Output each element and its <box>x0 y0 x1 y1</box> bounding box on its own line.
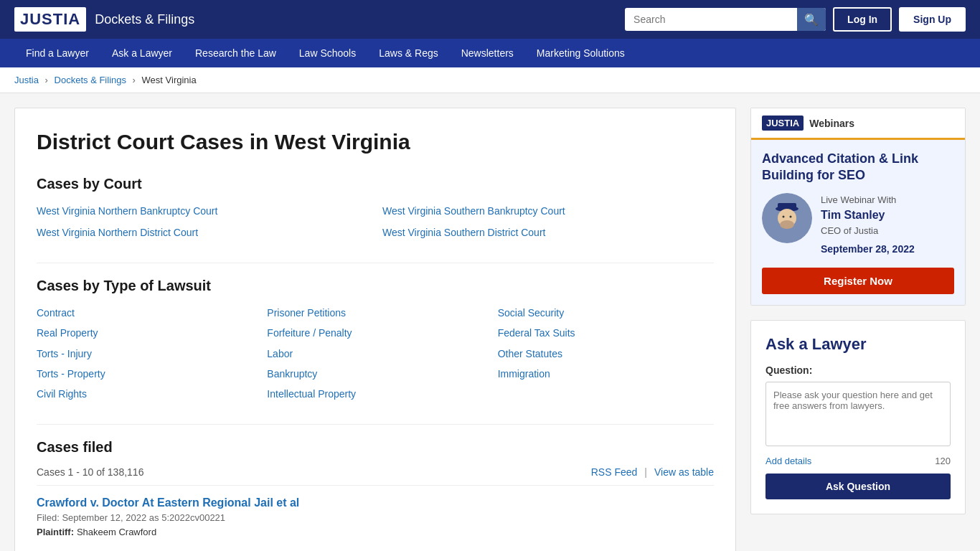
type-link-4[interactable]: Civil Rights <box>37 386 253 402</box>
webinar-card: JUSTIA Webinars Advanced Citation & Link… <box>750 108 966 306</box>
add-details-link[interactable]: Add details <box>765 456 811 466</box>
register-button[interactable]: Register Now <box>762 268 954 294</box>
ask-lawyer-title: Ask a Lawyer <box>765 335 951 354</box>
type-link-12[interactable]: Other Statutes <box>498 346 714 362</box>
cases-actions: RSS Feed | View as table <box>591 466 714 478</box>
cases-sep: | <box>644 466 647 478</box>
webinar-body: Advanced Citation & Link Building for SE… <box>751 140 965 305</box>
case-filed: Filed: September 12, 2022 as 5:2022cv002… <box>37 512 714 523</box>
type-link-11[interactable]: Federal Tax Suits <box>498 325 714 341</box>
breadcrumb-dockets[interactable]: Dockets & Filings <box>55 75 126 85</box>
cases-count: Cases 1 - 10 of 138,116 <box>37 466 143 478</box>
type-link-6[interactable]: Forfeiture / Penalty <box>267 325 483 341</box>
lawsuit-grid: Contract Prisoner Petitions Social Secur… <box>37 305 714 402</box>
type-link-8[interactable]: Bankruptcy <box>267 366 483 382</box>
site-header: JUSTIA Dockets & Filings 🔍 Log In Sign U… <box>0 0 980 39</box>
nav-laws-regs[interactable]: Laws & Regs <box>367 39 449 67</box>
view-as-table-link[interactable]: View as table <box>654 466 714 478</box>
site-subtitle: Dockets & Filings <box>95 12 194 27</box>
breadcrumb: Justia › Dockets & Filings › West Virgin… <box>0 67 980 93</box>
breadcrumb-sep-2: › <box>133 75 136 85</box>
cases-filed-title: Cases filed <box>37 439 714 456</box>
ask-footer: Add details 120 <box>765 456 951 466</box>
case-plaintiff: Plaintiff: Shakeem Crawford <box>37 526 714 537</box>
svg-point-5 <box>783 215 785 217</box>
logo-text: JUSTIA <box>20 10 80 28</box>
case-entry: Crawford v. Doctor At Eastern Regional J… <box>37 485 714 537</box>
question-label: Question: <box>765 364 951 376</box>
logo-area: JUSTIA Dockets & Filings <box>14 7 194 32</box>
court-link-0[interactable]: West Virginia Northern Bankruptcy Court <box>37 203 368 219</box>
case-title-link[interactable]: Crawford v. Doctor At Eastern Regional J… <box>37 496 299 509</box>
type-link-10[interactable]: Social Security <box>498 305 714 321</box>
case-plaintiff-name: Shakeem Crawford <box>77 527 156 537</box>
case-plaintiff-label: Plaintiff: <box>37 527 74 537</box>
court-link-2[interactable]: West Virginia Northern District Court <box>37 225 368 240</box>
webinar-with: Live Webinar With <box>821 193 915 207</box>
type-link-9[interactable]: Intellectual Property <box>267 386 483 402</box>
search-button[interactable]: 🔍 <box>797 8 826 31</box>
type-link-3[interactable]: Torts - Property <box>37 366 253 382</box>
nav-ask-lawyer[interactable]: Ask a Lawyer <box>100 39 184 67</box>
logo-box: JUSTIA <box>14 7 86 32</box>
nav-newsletters[interactable]: Newsletters <box>450 39 525 67</box>
nav-law-schools[interactable]: Law Schools <box>288 39 367 67</box>
page-title: District Court Cases in West Virginia <box>37 130 714 154</box>
divider-2 <box>37 424 714 425</box>
signup-button[interactable]: Sign Up <box>899 7 966 32</box>
court-link-3[interactable]: West Virginia Southern District Court <box>382 225 714 240</box>
breadcrumb-current: West Virginia <box>142 75 197 85</box>
ask-question-button[interactable]: Ask Question <box>765 474 951 499</box>
webinar-person-info: Live Webinar With Tim Stanley CEO of Jus… <box>821 193 915 257</box>
webinar-speaker-role: CEO of Justia <box>821 224 915 238</box>
court-grid: West Virginia Northern Bankruptcy Court … <box>37 203 714 241</box>
login-button[interactable]: Log In <box>833 7 892 32</box>
svg-point-4 <box>780 220 794 229</box>
webinar-title: Advanced Citation & Link Building for SE… <box>762 151 954 184</box>
char-count: 120 <box>935 456 951 466</box>
search-container: 🔍 <box>625 8 826 31</box>
court-link-1[interactable]: West Virginia Southern Bankruptcy Court <box>382 203 714 219</box>
type-link-2[interactable]: Torts - Injury <box>37 346 253 362</box>
breadcrumb-sep-1: › <box>45 75 48 85</box>
webinar-date: September 28, 2022 <box>821 242 915 257</box>
type-link-1[interactable]: Real Property <box>37 325 253 341</box>
webinar-speaker-name: Tim Stanley <box>821 207 915 224</box>
nav-marketing[interactable]: Marketing Solutions <box>525 39 636 67</box>
cases-filed-header: Cases 1 - 10 of 138,116 RSS Feed | View … <box>37 466 714 478</box>
cases-by-type-title: Cases by Type of Lawsuit <box>37 278 714 294</box>
webinar-logo: JUSTIA <box>762 116 804 131</box>
header-right: 🔍 Log In Sign Up <box>625 7 966 32</box>
nav-research-law[interactable]: Research the Law <box>184 39 288 67</box>
search-input[interactable] <box>625 8 826 31</box>
svg-point-6 <box>790 215 792 217</box>
main-layout: District Court Cases in West Virginia Ca… <box>0 93 980 551</box>
type-link-13[interactable]: Immigration <box>498 366 714 382</box>
cases-by-court-title: Cases by Court <box>37 176 714 192</box>
webinar-avatar <box>762 193 812 243</box>
question-textarea[interactable] <box>765 382 951 446</box>
webinar-label: Webinars <box>809 118 854 129</box>
divider-1 <box>37 263 714 263</box>
type-link-7[interactable]: Labor <box>267 346 483 362</box>
breadcrumb-justia[interactable]: Justia <box>14 75 39 85</box>
rss-feed-link[interactable]: RSS Feed <box>591 466 638 478</box>
webinar-header: JUSTIA Webinars <box>751 108 965 140</box>
nav-find-lawyer[interactable]: Find a Lawyer <box>14 39 100 67</box>
main-nav: Find a Lawyer Ask a Lawyer Research the … <box>0 39 980 67</box>
ask-lawyer-card: Ask a Lawyer Question: Add details 120 A… <box>750 320 966 514</box>
type-link-5[interactable]: Prisoner Petitions <box>267 305 483 321</box>
content-area: District Court Cases in West Virginia Ca… <box>14 108 736 551</box>
sidebar: JUSTIA Webinars Advanced Citation & Link… <box>750 108 966 551</box>
type-link-0[interactable]: Contract <box>37 305 253 321</box>
webinar-content: Live Webinar With Tim Stanley CEO of Jus… <box>762 193 954 257</box>
